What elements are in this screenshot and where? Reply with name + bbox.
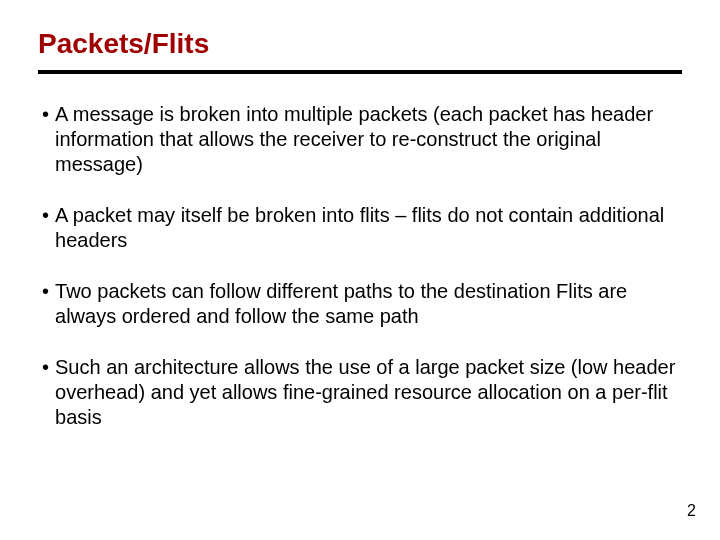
- bullet-icon: •: [42, 355, 49, 380]
- title-divider: [38, 70, 682, 74]
- bullet-icon: •: [42, 279, 49, 304]
- bullet-text: A message is broken into multiple packet…: [55, 102, 682, 177]
- bullet-icon: •: [42, 203, 49, 228]
- bullet-text: Two packets can follow different paths t…: [55, 279, 682, 329]
- bullet-text: Such an architecture allows the use of a…: [55, 355, 682, 430]
- list-item: • Such an architecture allows the use of…: [42, 355, 682, 430]
- list-item: • Two packets can follow different paths…: [42, 279, 682, 329]
- bullet-list: • A message is broken into multiple pack…: [38, 102, 682, 430]
- bullet-icon: •: [42, 102, 49, 127]
- page-number: 2: [687, 502, 696, 520]
- slide-title: Packets/Flits: [38, 28, 682, 60]
- slide: Packets/Flits • A message is broken into…: [0, 0, 720, 540]
- list-item: • A packet may itself be broken into fli…: [42, 203, 682, 253]
- bullet-text: A packet may itself be broken into flits…: [55, 203, 682, 253]
- list-item: • A message is broken into multiple pack…: [42, 102, 682, 177]
